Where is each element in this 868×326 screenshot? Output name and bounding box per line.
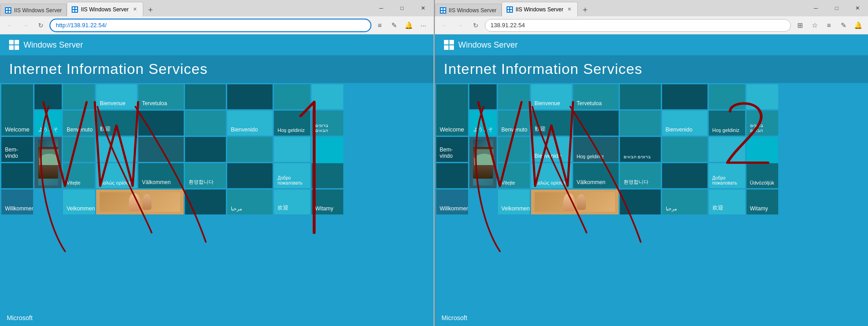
tile-bemvindo-left: Bem-vindo [1,137,33,162]
url-input-right[interactable]: 138.91.22.54 [485,19,791,32]
back-button-left[interactable]: ← [4,19,16,32]
refresh-button-right[interactable]: ↻ [469,19,482,32]
address-bar-right: ← → ↻ 138.91.22.54 ⊞ ☆ ≡ ✎ 🔔 [435,16,868,34]
forward-button-left[interactable]: → [19,19,32,32]
page-content-right: Windows Server Internet Information Serv… [435,34,868,326]
svg-rect-6 [73,10,74,12]
tile-r1c6-left [185,84,226,109]
svg-rect-10 [444,8,445,10]
minimize-button-right[interactable]: ─ [805,1,826,15]
tile-valkommen-right: Välkommen [573,163,619,188]
tab-title-left-1: IIS Windows Server [14,7,62,14]
ms-footer-left: Microsoft [7,314,33,321]
tab-favicon-right-2 [507,6,513,13]
ws-title-left: Windows Server [24,40,83,50]
tab-close-left[interactable]: ✕ [132,5,138,13]
tab-favicon-left-2 [72,6,78,13]
tab-close-right[interactable]: ✕ [566,5,573,13]
tile-baruchimhaba-left: ברוכים הבאים [312,111,343,136]
close-button-left[interactable]: ✕ [413,1,434,15]
tab-favicon-left-1 [5,7,11,14]
new-tab-button-left[interactable]: + [143,4,158,16]
svg-rect-5 [75,7,77,9]
tile-r1c3-right [498,84,530,109]
new-tab-button-right[interactable]: + [578,4,592,16]
tab-title-right-1: IIS Windows Server [449,7,497,14]
tile-r2c5-left [138,111,184,136]
hamburger-icon-left[interactable]: ≡ [374,19,386,32]
iis-container-right: Internet Information Services Welcome Bi… [435,55,868,326]
tile-kangeij-right: 歓迎 [531,111,572,136]
hamburger-icon-right[interactable]: ≡ [823,19,835,32]
more-icon-left[interactable]: ··· [417,19,430,32]
tile-img1-right [469,137,497,188]
tile-r3c6-left [185,137,226,162]
tile-r1c9-left [312,84,343,109]
tab-left-1[interactable]: IIS Windows Server [0,4,67,16]
svg-rect-16 [510,10,512,12]
svg-rect-15 [507,10,509,12]
bell-icon-left[interactable]: 🔔 [403,19,415,32]
tile-welcome-left: Welcome [1,84,33,136]
tile-tervetuloa-left: Tervetuloa [138,84,184,109]
tile-r1c9-right [746,84,778,109]
svg-rect-1 [9,8,10,10]
tile-r4c7-right [662,163,707,188]
tab-right-2[interactable]: IIS Windows Server ✕ [502,2,578,16]
tile-img2-right [531,190,619,214]
close-button-right[interactable]: ✕ [847,1,868,15]
url-text-right: 138.91.22.54 [491,22,525,29]
tile-vitejte-left: Vitejte [63,163,95,188]
svg-rect-13 [507,7,509,9]
tile-r3c5-left [138,137,184,162]
edit-icon-right[interactable]: ✎ [837,19,850,32]
tab-bar-left: IIS Windows Server IIS Windows Server ✕ … [0,0,434,16]
sidebyside-icon-right[interactable]: ⊞ [794,19,806,32]
tile-r2c6-left [185,111,226,136]
tab-favicon-right-1 [440,7,446,14]
url-text-left: http://138.91.22.54/ [56,22,107,29]
svg-rect-0 [6,8,8,10]
tile-yousoso-right: ようこそ [469,111,497,136]
tile-dobro-left: Добро пожаловать [274,163,310,188]
tile-r4c1-right [436,163,468,188]
forward-button-right[interactable]: → [454,19,467,32]
address-bar-left: ← → ↻ http://138.91.22.54/ ≡ ✎ 🔔 ··· [0,16,434,34]
tab-right-1[interactable]: IIS Windows Server [435,4,502,16]
tile-willkommen-left: Willkommen [1,190,33,214]
browser-window-left: IIS Windows Server IIS Windows Server ✕ … [0,0,434,326]
tile-bienvenue-right: Bienvenue [531,84,572,109]
url-input-left[interactable]: http://138.91.22.54/ [50,19,371,32]
tab-title-right-2: IIS Windows Server [516,6,563,13]
tile-huanying-right: 欢迎 [709,190,745,214]
windows-logo-left [9,40,19,50]
svg-rect-3 [9,11,10,13]
tile-bienvenue-left: Bienvenue [96,84,137,109]
tile-bienvenido2-right: Bienvenido [531,137,572,162]
tile-r1c2-right [469,84,497,109]
iis-title-right: Internet Information Services [444,61,643,77]
tile-benvenuto-right: Benvenuto [498,111,530,136]
refresh-button-left[interactable]: ↻ [34,19,47,32]
maximize-button-left[interactable]: □ [392,1,413,15]
maximize-button-right[interactable]: □ [826,1,847,15]
tab-left-2[interactable]: IIS Windows Server ✕ [67,2,143,16]
tile-bemvindo-right: Bem-vindo [436,137,468,162]
back-button-right[interactable]: ← [439,19,451,32]
tile-r1c2-left [34,84,62,109]
tile-r3c7-right [662,137,707,162]
svg-rect-11 [441,11,443,13]
iis-title-left: Internet Information Services [9,61,208,77]
bell-icon-right[interactable]: 🔔 [852,19,864,32]
tile-udvozoljuk-right: Üdvözöljük [746,163,778,188]
tile-r2c5-right [573,111,619,136]
window-controls-left: ─ □ ✕ [371,0,434,16]
tab-bar-right: IIS Windows Server IIS Windows Server ✕ … [435,0,868,16]
tile-r4c7-left [227,163,273,188]
iis-banner-left: Internet Information Services [0,55,434,83]
tile-img2-left [96,190,184,214]
minimize-button-left[interactable]: ─ [371,1,392,15]
edit-icon-left[interactable]: ✎ [388,19,401,32]
tile-bienvenido-left: Bienvenido [227,111,273,136]
star-icon-right[interactable]: ☆ [808,19,821,32]
